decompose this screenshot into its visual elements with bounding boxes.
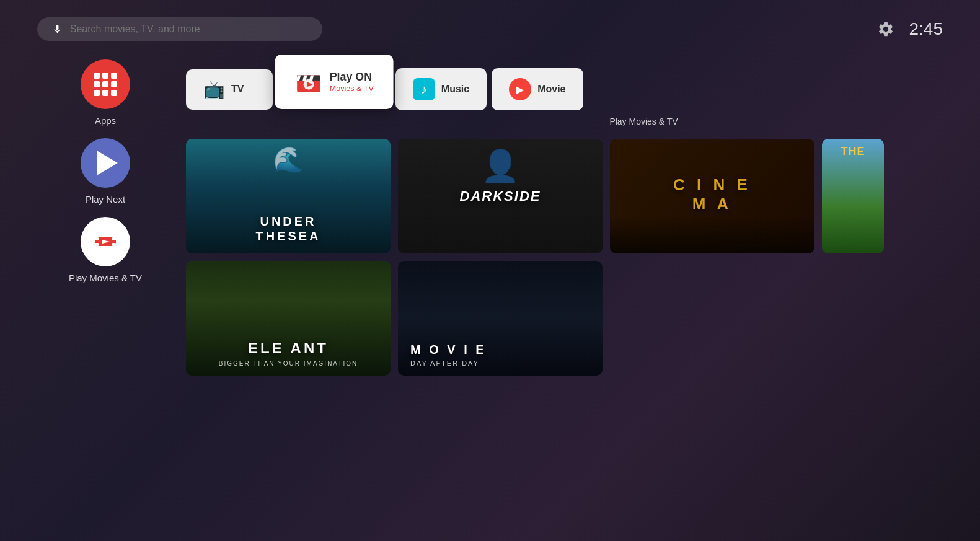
movie-card-cinema[interactable]: C I N E M A [610,139,814,253]
sidebar: Apps Play Next [37,53,174,376]
movie-card-darkside[interactable]: Darkside 👤 [398,139,603,253]
tab-movie[interactable]: ▶ Movie [492,68,583,110]
play-next-label: Play Next [86,194,125,205]
darkside-title: Darkside [460,188,541,204]
tab-tv[interactable]: 📺 TV [186,69,273,110]
movie-card-under-sea[interactable]: UNDERTHESEA 🌊 [186,139,391,253]
film-icon-svg [90,226,121,257]
svg-rect-2 [95,237,99,240]
movie-day-title: M O V I E [410,342,590,357]
search-bar[interactable] [37,17,322,41]
playon-tab-label: Play ON Movies & TV [330,71,374,93]
play-movies-label: Play Movies & TV [69,273,142,283]
tv-icon: 📺 [203,79,225,100]
time-display: 2:45 [909,19,943,39]
gear-icon[interactable] [877,20,894,38]
movie-day-subtitle: DAY AFTER DAY [410,359,590,367]
elephant-subtitle: BIGGER THAN YOUR IMAGINATION [196,360,381,367]
apps-label: Apps [95,115,116,126]
music-icon: ♪ [413,78,435,100]
under-sea-title: UNDERTHESEA [196,214,381,244]
header: 2:45 [0,0,980,53]
playon-tab-subtitle: Movies & TV [330,84,374,93]
mic-icon [52,24,63,35]
playon-tab-name: Play ON [330,71,374,84]
elephant-title: ELE ANT [196,340,381,358]
movie-icon: ▶ [509,78,531,100]
content-area: 📺 TV [174,53,980,376]
app-tabs-wrapper: 📺 TV [186,53,980,126]
sidebar-item-apps[interactable]: Apps [37,59,174,126]
search-input[interactable] [70,24,307,35]
svg-rect-4 [112,237,116,240]
tv-tab-name: TV [231,84,244,95]
film-reel-icon [87,223,124,260]
content-row-1: UNDERTHESEA 🌊 Darkside 👤 [186,139,980,253]
cinema-title: C I N E M A [661,175,764,213]
tv-tab-label: TV [231,84,244,95]
movie-card-partial[interactable]: THE [822,139,884,253]
app-tabs-row: 📺 TV [186,53,980,110]
grid-icon [94,73,117,96]
music-tab-name: Music [441,84,469,95]
sidebar-item-play-movies[interactable]: Play Movies & TV [37,217,174,283]
focused-tab-name: Play Movies & TV [307,117,980,126]
play-movies-icon-circle [81,217,130,266]
svg-rect-3 [95,243,99,246]
sidebar-item-play-next[interactable]: Play Next [37,138,174,205]
partial-title: THE [822,145,884,158]
play-triangle-icon [97,151,118,175]
play-next-icon-circle [81,138,130,188]
playon-icon [294,68,323,96]
header-right: 2:45 [877,19,943,39]
movie-tab-label: Movie [537,84,565,95]
content-row-2: ELE ANT BIGGER THAN YOUR IMAGINATION M O… [186,261,980,376]
svg-rect-5 [112,243,116,246]
apps-icon-circle [81,59,130,109]
tab-play-on[interactable]: Play ON Movies & TV [275,55,393,109]
movie-card-movie-day[interactable]: M O V I E DAY AFTER DAY [398,261,603,376]
tab-music[interactable]: ♪ Music [395,68,487,110]
movie-card-elephant[interactable]: ELE ANT BIGGER THAN YOUR IMAGINATION [186,261,391,376]
main-layout: Apps Play Next [0,53,980,376]
movie-tab-name: Movie [537,84,565,95]
music-tab-label: Music [441,84,469,95]
